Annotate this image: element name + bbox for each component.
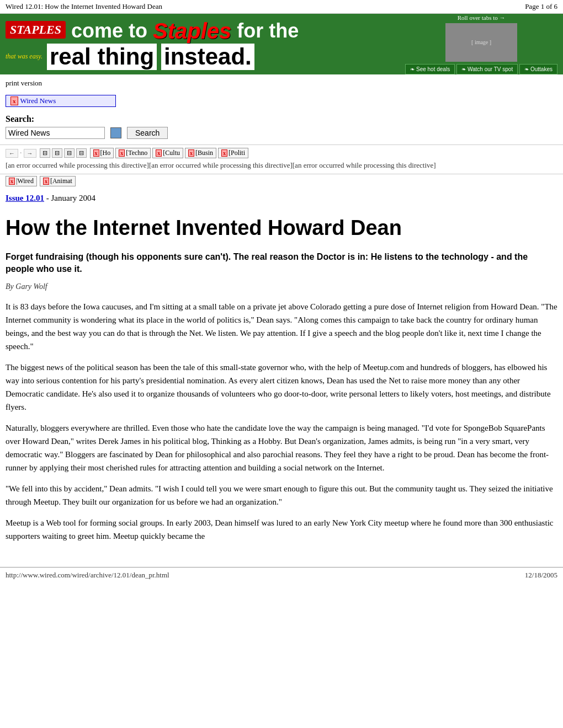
footer-bar: http://www.wired.com/wired/archive/12.01… (0, 567, 563, 583)
nav-x-icon-techno: x (119, 149, 125, 157)
nav-x-icon-culture: x (156, 149, 162, 157)
nav-btn-f3[interactable]: ⊟ (64, 148, 75, 158)
nav-back-icon[interactable]: ← (6, 149, 18, 158)
nav-btn-home[interactable]: x [Ho (90, 148, 114, 158)
ad-real-thing: real thing (47, 44, 157, 70)
ad-staples-bold: Staples (153, 19, 231, 44)
article-title: How the Internet Invented Howard Dean (6, 217, 557, 240)
ad-btn-deals[interactable]: ❧ See hot deals (405, 64, 455, 74)
footer-url: http://www.wired.com/wired/archive/12.01… (6, 571, 169, 580)
ad-text-block: STAPLES come to Staples for the that was… (6, 19, 299, 70)
ad-right: Roll over tabs to → [ image ] ❧ See hot … (405, 14, 557, 74)
ad-for-the: for the (237, 19, 299, 42)
ad-btn-tv[interactable]: ❧ Watch our TV spot (456, 64, 518, 74)
ad-banner: STAPLES come to Staples for the that was… (0, 14, 563, 74)
article-byline: By Gary Wolf (6, 282, 557, 291)
article-paragraph-2: The biggest news of the political season… (6, 361, 557, 414)
ad-action-buttons[interactable]: ❧ See hot deals ❧ Watch our TV spot ❧ Ou… (405, 64, 557, 74)
nav-btn-culture[interactable]: x [Cultu (152, 148, 183, 158)
error-text-1: [an error occurred while processing this… (6, 160, 436, 171)
nav-toolbar-row2: x |Wired x [Animat (0, 174, 563, 188)
article-body: It is 83 days before the Iowa caucuses, … (6, 300, 557, 543)
search-button[interactable]: Search (127, 127, 168, 139)
main-content: How the Internet Invented Howard Dean Fo… (0, 206, 563, 561)
search-label: Search: (6, 114, 557, 124)
tab-bar: x Wired News (0, 92, 563, 110)
nav-toolbar: ← · → ⊟ ⊟ ⊟ ⊟ x [Ho x [Techno x [Cultu x… (0, 144, 563, 174)
ad-line1: STAPLES come to Staples for the (6, 19, 299, 44)
ad-roll-over: Roll over tabs to → (458, 14, 506, 21)
search-row: Search (6, 127, 557, 139)
search-input[interactable] (6, 127, 105, 139)
nav-btn-politics[interactable]: x [Politi (218, 148, 248, 158)
ad-image: [ image ] (445, 23, 517, 62)
ad-instead: instead. (161, 44, 254, 70)
issue-line: Issue 12.01 - January 2004 (0, 188, 563, 206)
print-version-link[interactable]: print version (6, 79, 42, 87)
nav-btn-techno[interactable]: x [Techno (115, 148, 151, 158)
footer-date: 12/18/2005 (525, 571, 557, 580)
nav-btn-wired[interactable]: x |Wired (6, 176, 37, 186)
ad-that-was-easy: that was easy. (6, 52, 43, 61)
tab-close-icon[interactable]: x (10, 97, 18, 105)
search-section: Search: Search (0, 110, 563, 144)
search-color-box (110, 127, 121, 138)
article-paragraph-4: "We fell into this by accident," Dean ad… (6, 482, 557, 508)
article-paragraph-5: Meetup is a Web tool for forming social … (6, 516, 557, 543)
issue-link[interactable]: Issue 12.01 (6, 194, 44, 202)
nav-btn-animation[interactable]: x [Animat (40, 176, 76, 186)
nav-x-icon-wired: x (9, 178, 15, 185)
nav-forward-icon[interactable]: → (24, 149, 36, 158)
ad-real-thing-line: that was easy. real thing instead. (6, 44, 299, 70)
top-bar: Wired 12.01: How the Internet Invented H… (0, 0, 563, 14)
staples-logo: STAPLES (6, 21, 66, 39)
nav-x-icon-business: x (188, 149, 194, 157)
nav-x-icon-animation: x (43, 178, 49, 185)
page-number: Page 1 of 6 (525, 2, 557, 11)
ad-btn-outtakes[interactable]: ❧ Outtakes (519, 64, 557, 74)
ad-come-to: come to (71, 19, 147, 42)
nav-btn-f2[interactable]: ⊟ (52, 148, 62, 158)
nav-btn-f1[interactable]: ⊟ (40, 148, 50, 158)
tab-wired-news[interactable]: x Wired News (6, 95, 116, 107)
article-paragraph-1: It is 83 days before the Iowa caucuses, … (6, 300, 557, 353)
article-subtitle: Forget fundraising (though his opponents… (6, 251, 557, 276)
nav-btn-f4[interactable]: ⊟ (76, 148, 87, 158)
page-title-top: Wired 12.01: How the Internet Invented H… (6, 2, 162, 11)
nav-x-icon: x (93, 149, 99, 157)
nav-btn-business[interactable]: x [Busin (185, 148, 216, 158)
tab-label: Wired News (20, 97, 56, 105)
nav-x-icon-politics: x (221, 149, 227, 157)
article-paragraph-3: Naturally, bloggers everywhere are thril… (6, 421, 557, 474)
issue-date: - January 2004 (44, 194, 95, 202)
print-version-section: print version (0, 74, 563, 92)
